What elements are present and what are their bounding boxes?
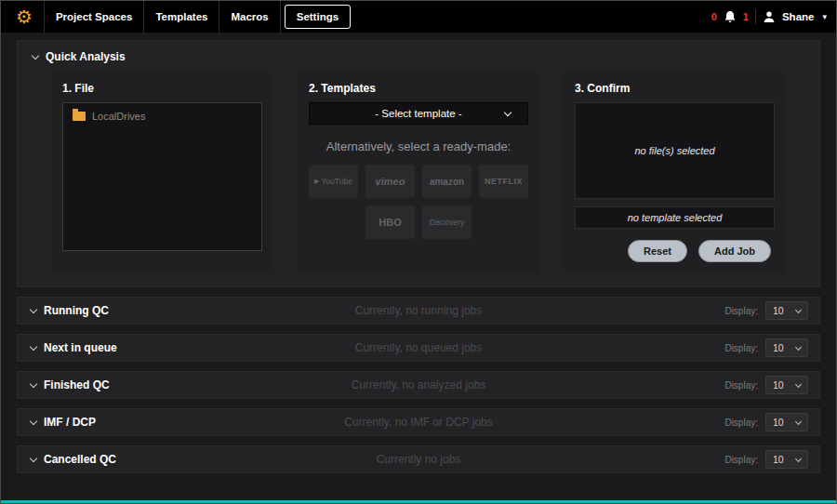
- display-control: Display: 10: [724, 413, 808, 431]
- selected-files-box: no file(s) selected: [575, 102, 775, 199]
- section-title: Running QC: [44, 304, 109, 317]
- template-select[interactable]: - Select template -: [309, 102, 528, 125]
- section-title: Cancelled QC: [44, 453, 116, 466]
- chevron-down-icon: ▾: [822, 12, 827, 21]
- display-count-value: 10: [773, 417, 784, 428]
- quick-analysis-panel: Quick Analysis 1. File LocalDrives 2. Te…: [17, 40, 820, 287]
- display-count-value: 10: [773, 379, 784, 391]
- section-status: Currently, no IMF or DCP jobs: [18, 416, 819, 429]
- app-window: ⚙ Project Spaces Templates Macros Settin…: [0, 0, 837, 504]
- display-control: Display: 10: [724, 376, 808, 394]
- chevron-down-icon: [30, 306, 37, 313]
- gear-icon[interactable]: ⚙: [16, 7, 33, 26]
- main-content: Quick Analysis 1. File LocalDrives 2. Te…: [1, 33, 836, 500]
- chevron-down-icon: [32, 52, 39, 60]
- quick-analysis-header[interactable]: Quick Analysis: [31, 50, 806, 63]
- confirm-panel-title: 3. Confirm: [575, 82, 775, 95]
- chevron-down-icon: [795, 343, 802, 350]
- quick-analysis-body: 1. File LocalDrives 2. Templates - Selec…: [31, 73, 806, 273]
- section-title: Finished QC: [44, 378, 110, 391]
- templates-panel: 2. Templates - Select template - Alterna…: [298, 73, 539, 273]
- file-panel-title: 1. File: [62, 82, 262, 95]
- section-header[interactable]: Running QC: [29, 304, 109, 317]
- section-finished-qc: Currently, no analyzed jobs Finished QC …: [17, 371, 820, 399]
- topbar-right: 0 1 Shane ▾: [711, 9, 827, 24]
- section-status: Currently, no running jobs: [18, 304, 819, 317]
- display-label: Display:: [724, 455, 758, 465]
- display-label: Display:: [724, 306, 758, 316]
- display-control: Display: 10: [724, 450, 808, 469]
- display-count-select[interactable]: 10: [765, 301, 808, 320]
- ready-made-label: Alternatively, select a ready-made:: [309, 139, 528, 153]
- no-files-text: no file(s) selected: [634, 145, 714, 156]
- section-imf-dcp: Currently, no IMF or DCP jobs IMF / DCP …: [17, 408, 820, 436]
- jobs-count-badge: 0: [711, 11, 717, 22]
- chevron-down-icon: [30, 418, 37, 425]
- footer-accent-line: [1, 500, 836, 503]
- template-select-value: - Select template -: [375, 108, 461, 119]
- nav-settings[interactable]: Settings: [285, 5, 351, 29]
- section-status: Currently, no queued jobs: [18, 341, 819, 354]
- nav-macros[interactable]: Macros: [219, 1, 280, 33]
- bell-icon[interactable]: [724, 10, 737, 24]
- display-count-select[interactable]: 10: [765, 413, 808, 431]
- play-icon: ▶: [314, 178, 319, 185]
- section-header[interactable]: Cancelled QC: [29, 453, 116, 466]
- top-bar: ⚙ Project Spaces Templates Macros Settin…: [1, 1, 836, 33]
- file-tree[interactable]: LocalDrives: [62, 102, 262, 251]
- display-count-select[interactable]: 10: [765, 376, 808, 394]
- user-icon: [763, 10, 776, 23]
- section-title: Next in queue: [44, 341, 117, 354]
- display-label: Display:: [724, 380, 758, 391]
- section-running-qc: Currently, no running jobs Running QC Di…: [17, 297, 820, 325]
- user-menu[interactable]: Shane: [782, 11, 815, 22]
- section-header[interactable]: Next in queue: [29, 341, 117, 354]
- provider-discovery-button[interactable]: Discovery: [422, 206, 472, 239]
- chevron-down-icon: [504, 109, 512, 116]
- display-control: Display: 10: [724, 338, 808, 357]
- confirm-buttons: Reset Add Job: [575, 240, 775, 262]
- display-count-value: 10: [773, 454, 784, 465]
- provider-row: ▶ YouTube vimeo amazon NETFLIX: [309, 165, 528, 198]
- provider-hbo-button[interactable]: HBO: [365, 206, 415, 239]
- nav-templates[interactable]: Templates: [144, 1, 219, 33]
- tree-item-localdrives[interactable]: LocalDrives: [73, 111, 252, 122]
- section-cancelled-qc: Currently no jobs Cancelled QC Display: …: [17, 445, 820, 473]
- section-header[interactable]: Finished QC: [29, 378, 110, 391]
- folder-icon: [73, 112, 86, 121]
- divider: [755, 9, 756, 24]
- display-count-select[interactable]: 10: [765, 338, 808, 357]
- provider-youtube-button[interactable]: ▶ YouTube: [309, 165, 358, 198]
- provider-row: HBO Discovery: [365, 206, 472, 239]
- section-next-in-queue: Currently, no queued jobs Next in queue …: [17, 334, 820, 362]
- provider-vimeo-button[interactable]: vimeo: [365, 165, 415, 198]
- quick-analysis-title: Quick Analysis: [46, 50, 126, 63]
- chevron-down-icon: [30, 455, 37, 462]
- chevron-down-icon: [795, 418, 802, 424]
- confirm-panel: 3. Confirm no file(s) selected no templa…: [564, 73, 786, 273]
- provider-grid: ▶ YouTube vimeo amazon NETFLIX HBO Disco…: [309, 165, 528, 239]
- display-label: Display:: [724, 343, 758, 353]
- section-header[interactable]: IMF / DCP: [29, 416, 96, 429]
- nav-project-spaces[interactable]: Project Spaces: [44, 1, 144, 33]
- provider-netflix-button[interactable]: NETFLIX: [479, 165, 528, 198]
- section-status: Currently no jobs: [18, 453, 819, 466]
- chevron-down-icon: [795, 380, 802, 387]
- chevron-down-icon: [795, 455, 802, 461]
- templates-panel-title: 2. Templates: [309, 82, 528, 95]
- main-nav: Project Spaces Templates Macros Settings: [44, 1, 351, 33]
- display-count-select[interactable]: 10: [765, 450, 808, 469]
- provider-label: YouTube: [321, 177, 352, 186]
- alerts-count-badge: 1: [743, 11, 749, 22]
- chevron-down-icon: [30, 343, 37, 351]
- tree-item-label: LocalDrives: [92, 111, 145, 122]
- display-control: Display: 10: [724, 301, 808, 320]
- file-panel: 1. File LocalDrives: [51, 73, 273, 273]
- section-title: IMF / DCP: [44, 416, 96, 429]
- add-job-button[interactable]: Add Job: [698, 240, 771, 262]
- reset-button[interactable]: Reset: [628, 240, 687, 262]
- selected-template-box: no template selected: [575, 206, 775, 229]
- display-label: Display:: [724, 418, 758, 428]
- provider-amazon-button[interactable]: amazon: [422, 165, 472, 198]
- chevron-down-icon: [795, 306, 802, 312]
